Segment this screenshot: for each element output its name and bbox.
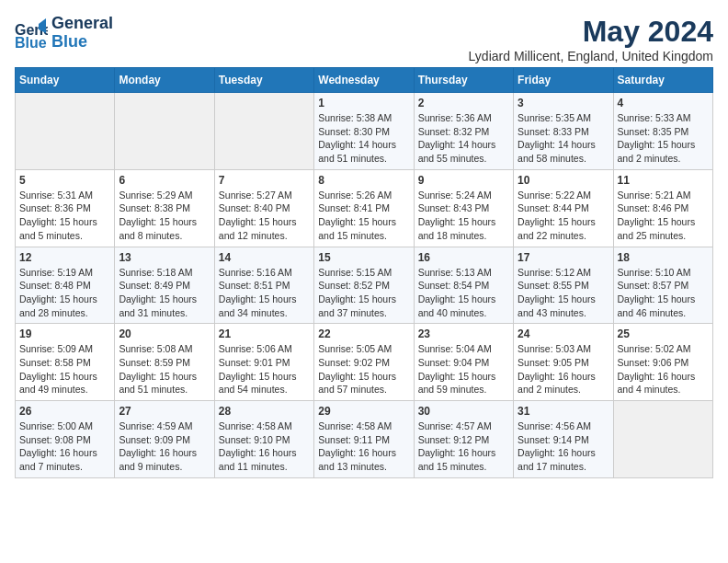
day-number: 14 [219,251,310,264]
calendar-cell: 5Sunrise: 5:31 AMSunset: 8:36 PMDaylight… [16,169,115,247]
day-number: 28 [219,405,310,418]
calendar-cell: 10Sunrise: 5:22 AMSunset: 8:44 PMDayligh… [514,169,613,247]
day-info: Sunrise: 5:03 AMSunset: 9:05 PMDaylight:… [518,342,609,396]
calendar-cell: 29Sunrise: 4:58 AMSunset: 9:11 PMDayligh… [314,401,414,478]
day-number: 10 [518,174,609,187]
calendar-cell [115,93,214,170]
calendar-cell: 2Sunrise: 5:36 AMSunset: 8:32 PMDaylight… [414,93,513,170]
day-number: 3 [518,97,609,109]
title-block: May 2024 Lydiard Millicent, England, Uni… [469,15,713,63]
month-title: May 2024 [469,15,713,49]
weekday-header-cell: Monday [115,68,214,93]
day-number: 17 [518,251,609,264]
calendar-cell: 6Sunrise: 5:29 AMSunset: 8:38 PMDaylight… [115,169,214,247]
day-number: 18 [618,251,709,264]
weekday-header-cell: Sunday [16,68,115,93]
day-info: Sunrise: 5:15 AMSunset: 8:52 PMDaylight:… [318,266,409,320]
calendar-cell: 18Sunrise: 5:10 AMSunset: 8:57 PMDayligh… [613,247,712,324]
day-info: Sunrise: 5:08 AMSunset: 8:59 PMDaylight:… [119,342,210,396]
calendar-cell: 19Sunrise: 5:09 AMSunset: 8:58 PMDayligh… [16,324,115,401]
weekday-header-cell: Tuesday [214,68,313,93]
calendar-table: SundayMondayTuesdayWednesdayThursdayFrid… [15,67,713,478]
day-number: 22 [318,327,409,340]
calendar-cell [16,93,115,170]
day-info: Sunrise: 5:16 AMSunset: 8:51 PMDaylight:… [219,266,310,320]
calendar-week-row: 12Sunrise: 5:19 AMSunset: 8:48 PMDayligh… [16,247,713,324]
day-info: Sunrise: 5:02 AMSunset: 9:06 PMDaylight:… [618,342,709,396]
calendar-cell: 21Sunrise: 5:06 AMSunset: 9:01 PMDayligh… [214,324,313,401]
day-number: 20 [119,327,210,340]
day-info: Sunrise: 5:09 AMSunset: 8:58 PMDaylight:… [19,342,110,396]
day-number: 23 [418,327,509,340]
day-info: Sunrise: 5:26 AMSunset: 8:41 PMDaylight:… [318,189,409,243]
day-info: Sunrise: 5:29 AMSunset: 8:38 PMDaylight:… [119,189,210,243]
day-number: 25 [618,327,709,340]
day-number: 21 [219,327,310,340]
day-number: 16 [418,251,509,264]
calendar-cell: 14Sunrise: 5:16 AMSunset: 8:51 PMDayligh… [214,247,313,324]
day-info: Sunrise: 5:21 AMSunset: 8:46 PMDaylight:… [618,189,709,243]
calendar-week-row: 19Sunrise: 5:09 AMSunset: 8:58 PMDayligh… [16,324,713,401]
calendar-cell [613,401,712,478]
day-info: Sunrise: 4:58 AMSunset: 9:11 PMDaylight:… [318,419,409,474]
day-info: Sunrise: 5:38 AMSunset: 8:30 PMDaylight:… [318,111,409,166]
day-number: 30 [418,405,509,418]
day-info: Sunrise: 5:27 AMSunset: 8:40 PMDaylight:… [219,189,310,243]
weekday-header-cell: Friday [514,68,613,93]
calendar-cell: 1Sunrise: 5:38 AMSunset: 8:30 PMDaylight… [314,93,414,170]
calendar-cell: 23Sunrise: 5:04 AMSunset: 9:04 PMDayligh… [414,324,513,401]
calendar-body: 1Sunrise: 5:38 AMSunset: 8:30 PMDaylight… [16,93,713,478]
calendar-cell [214,93,313,170]
svg-text:Blue: Blue [15,35,47,50]
day-info: Sunrise: 5:05 AMSunset: 9:02 PMDaylight:… [318,342,409,396]
calendar-cell: 9Sunrise: 5:24 AMSunset: 8:43 PMDaylight… [414,169,513,247]
day-number: 7 [219,174,310,187]
calendar-cell: 8Sunrise: 5:26 AMSunset: 8:41 PMDaylight… [314,169,414,247]
calendar-cell: 3Sunrise: 5:35 AMSunset: 8:33 PMDaylight… [514,93,613,170]
day-info: Sunrise: 5:00 AMSunset: 9:08 PMDaylight:… [19,419,110,474]
day-number: 24 [518,327,609,340]
logo: General Blue General Blue [15,15,113,52]
location-title: Lydiard Millicent, England, United Kingd… [469,49,713,63]
day-info: Sunrise: 4:56 AMSunset: 9:14 PMDaylight:… [518,419,609,474]
day-info: Sunrise: 5:06 AMSunset: 9:01 PMDaylight:… [219,342,310,396]
day-info: Sunrise: 5:24 AMSunset: 8:43 PMDaylight:… [418,189,509,243]
calendar-cell: 12Sunrise: 5:19 AMSunset: 8:48 PMDayligh… [16,247,115,324]
calendar-week-row: 26Sunrise: 5:00 AMSunset: 9:08 PMDayligh… [16,401,713,478]
day-info: Sunrise: 5:13 AMSunset: 8:54 PMDaylight:… [418,266,509,320]
calendar-cell: 30Sunrise: 4:57 AMSunset: 9:12 PMDayligh… [414,401,513,478]
logo-icon: General Blue [15,17,48,50]
day-number: 12 [19,251,110,264]
day-number: 5 [19,174,110,187]
calendar-cell: 15Sunrise: 5:15 AMSunset: 8:52 PMDayligh… [314,247,414,324]
day-number: 26 [19,405,110,418]
day-number: 31 [518,405,609,418]
day-number: 15 [318,251,409,264]
logo-text: General Blue [51,15,113,52]
weekday-header-cell: Wednesday [314,68,414,93]
calendar-cell: 26Sunrise: 5:00 AMSunset: 9:08 PMDayligh… [16,401,115,478]
day-info: Sunrise: 5:36 AMSunset: 8:32 PMDaylight:… [418,111,509,166]
day-number: 19 [19,327,110,340]
calendar-cell: 25Sunrise: 5:02 AMSunset: 9:06 PMDayligh… [613,324,712,401]
day-info: Sunrise: 5:12 AMSunset: 8:55 PMDaylight:… [518,266,609,320]
day-number: 13 [119,251,210,264]
weekday-header-row: SundayMondayTuesdayWednesdayThursdayFrid… [16,68,713,93]
calendar-cell: 27Sunrise: 4:59 AMSunset: 9:09 PMDayligh… [115,401,214,478]
calendar-cell: 13Sunrise: 5:18 AMSunset: 8:49 PMDayligh… [115,247,214,324]
calendar-cell: 17Sunrise: 5:12 AMSunset: 8:55 PMDayligh… [514,247,613,324]
calendar-cell: 20Sunrise: 5:08 AMSunset: 8:59 PMDayligh… [115,324,214,401]
weekday-header-cell: Thursday [414,68,513,93]
calendar-week-row: 5Sunrise: 5:31 AMSunset: 8:36 PMDaylight… [16,169,713,247]
day-info: Sunrise: 4:58 AMSunset: 9:10 PMDaylight:… [219,419,310,474]
day-number: 11 [618,174,709,187]
day-info: Sunrise: 5:22 AMSunset: 8:44 PMDaylight:… [518,189,609,243]
day-info: Sunrise: 5:04 AMSunset: 9:04 PMDaylight:… [418,342,509,396]
day-info: Sunrise: 5:33 AMSunset: 8:35 PMDaylight:… [618,111,709,166]
weekday-header-cell: Saturday [613,68,712,93]
calendar-cell: 28Sunrise: 4:58 AMSunset: 9:10 PMDayligh… [214,401,313,478]
day-info: Sunrise: 5:31 AMSunset: 8:36 PMDaylight:… [19,189,110,243]
calendar-cell: 31Sunrise: 4:56 AMSunset: 9:14 PMDayligh… [514,401,613,478]
day-info: Sunrise: 4:57 AMSunset: 9:12 PMDaylight:… [418,419,509,474]
day-number: 9 [418,174,509,187]
